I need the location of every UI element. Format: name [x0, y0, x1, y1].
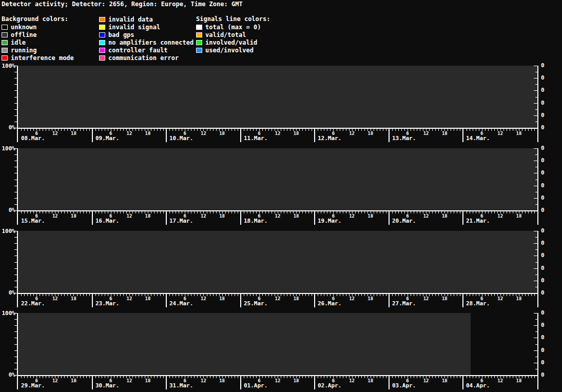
hour-tick: [420, 129, 420, 131]
hour-label: 12: [422, 213, 430, 219]
hour-tick: [244, 376, 244, 378]
hour-tick: [287, 376, 287, 378]
hour-label: 12: [125, 378, 133, 383]
y-axis-tick: [14, 287, 17, 287]
hour-tick: [417, 211, 417, 213]
y-axis-right-label: 0: [541, 277, 545, 284]
hour-tick: [99, 294, 99, 296]
hour-label: 18: [144, 296, 152, 301]
hour-label: 12: [496, 213, 505, 219]
hour-tick: [361, 294, 362, 296]
hour-tick: [172, 129, 173, 131]
y-axis-tick: [14, 109, 17, 110]
legend-background-item: controller fault: [99, 46, 168, 54]
y-axis-right-tick: [534, 268, 537, 269]
legend-color-swatch: [99, 25, 105, 30]
legend-color-swatch: [196, 48, 202, 53]
hour-tick: [531, 376, 532, 378]
hour-label: 18: [440, 131, 449, 136]
hour-tick: [531, 211, 532, 213]
hour-tick: [507, 376, 507, 378]
hour-label: 6: [181, 296, 189, 301]
hour-tick: [488, 294, 489, 296]
y-axis-tick: [14, 128, 17, 128]
hour-tick: [420, 211, 420, 213]
y-axis-right-tick: [534, 231, 537, 231]
hour-tick: [346, 376, 346, 378]
y-axis-right-label: 0: [541, 194, 545, 201]
hour-label: 6: [403, 378, 412, 383]
legend-background-item: invalid data: [99, 15, 153, 23]
y-axis-tick: [14, 249, 17, 250]
hour-tick: [102, 211, 102, 213]
hour-tick: [398, 129, 399, 131]
hour-tick: [154, 211, 154, 213]
hour-tick: [451, 129, 451, 131]
y-axis-tick: [14, 115, 17, 116]
hour-tick: [510, 376, 510, 378]
hour-tick: [99, 376, 99, 378]
y-axis-tick: [14, 210, 17, 211]
hour-tick: [525, 294, 526, 296]
y-axis-tick: [14, 122, 17, 122]
day-separator: [389, 293, 390, 307]
y-axis-right-tick: [534, 66, 537, 66]
hour-tick: [43, 211, 43, 213]
hour-tick: [432, 376, 433, 378]
y-axis-tick: [14, 357, 17, 357]
hour-tick: [491, 129, 492, 131]
hour-tick: [172, 376, 173, 378]
hour-tick: [324, 376, 324, 378]
y-axis-right-label: 0: [541, 265, 545, 271]
hour-tick: [30, 294, 31, 296]
hour-tick: [318, 211, 318, 213]
hour-tick: [216, 129, 217, 131]
hour-tick: [302, 129, 303, 131]
hour-tick: [30, 211, 31, 213]
hour-label: 6: [478, 131, 486, 136]
hour-label: 12: [496, 296, 505, 301]
hour-label: 12: [199, 213, 207, 219]
hour-tick: [491, 376, 492, 378]
y-axis-right-label: 0: [541, 371, 545, 378]
plot-area: [18, 148, 537, 210]
hour-label: 18: [218, 296, 226, 301]
hour-tick: [383, 376, 383, 378]
y-axis-right-tick: [535, 204, 537, 205]
hour-tick: [61, 129, 62, 131]
hour-tick: [287, 211, 287, 213]
hour-label: 18: [515, 213, 523, 219]
y-axis-right-label: 0: [541, 322, 545, 328]
hour-tick: [247, 211, 247, 213]
hour-label: 6: [255, 296, 263, 301]
hour-tick: [142, 376, 142, 378]
hour-tick: [213, 376, 214, 378]
hour-tick: [308, 376, 309, 378]
hour-tick: [216, 211, 217, 213]
hour-tick: [432, 129, 433, 131]
hour-tick: [377, 376, 377, 378]
hour-tick: [380, 129, 380, 131]
hour-tick: [157, 129, 158, 131]
day-separator: [92, 128, 93, 142]
legend-background-item-label: invalid data: [108, 16, 153, 23]
legend-color-swatch: [2, 25, 8, 30]
hour-label: 6: [478, 296, 486, 301]
hour-tick: [473, 129, 473, 131]
y-axis-right-tick: [535, 167, 537, 167]
y-axis-tick: [14, 204, 17, 205]
hour-tick: [179, 294, 179, 296]
hour-tick: [327, 211, 327, 213]
y-axis-right-tick: [534, 256, 537, 256]
y-axis-right-label: 0: [541, 100, 545, 106]
hour-label: 12: [274, 213, 282, 219]
y-axis-left: [17, 66, 18, 142]
hour-tick: [417, 294, 417, 296]
y-axis-right-tick: [534, 281, 537, 281]
hour-tick: [117, 294, 118, 296]
hour-tick: [163, 294, 164, 296]
hour-tick: [30, 129, 31, 131]
day-separator: [92, 293, 93, 307]
hour-tick: [83, 211, 84, 213]
y-axis-right-tick: [535, 122, 537, 122]
